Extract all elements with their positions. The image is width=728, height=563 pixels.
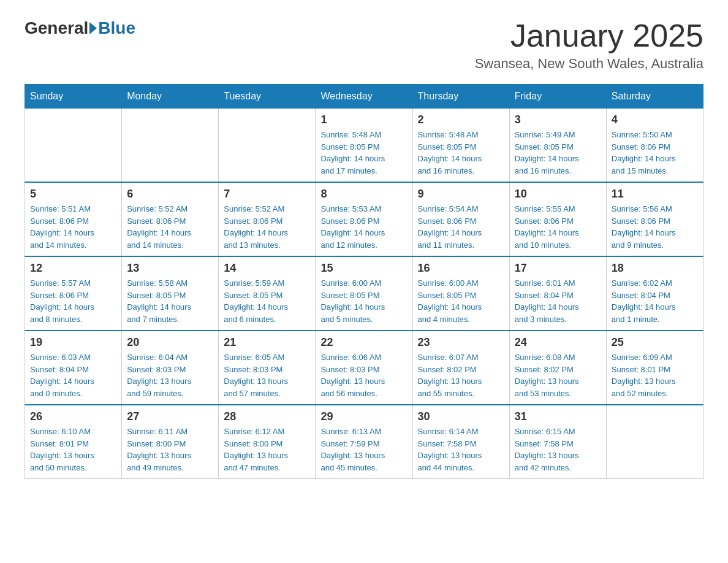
day-info: Sunrise: 5:56 AM Sunset: 8:06 PM Dayligh…	[612, 203, 698, 251]
calendar-cell: 3Sunrise: 5:49 AM Sunset: 8:05 PM Daylig…	[509, 109, 606, 183]
calendar-cell: 9Sunrise: 5:54 AM Sunset: 8:06 PM Daylig…	[412, 182, 509, 256]
day-info: Sunrise: 6:05 AM Sunset: 8:03 PM Dayligh…	[224, 351, 310, 399]
day-number: 2	[418, 113, 504, 126]
calendar-cell: 19Sunrise: 6:03 AM Sunset: 8:04 PM Dayli…	[25, 331, 122, 405]
calendar-header-row: SundayMondayTuesdayWednesdayThursdayFrid…	[25, 85, 703, 109]
calendar-cell	[219, 109, 316, 183]
day-info: Sunrise: 6:09 AM Sunset: 8:01 PM Dayligh…	[612, 351, 698, 399]
day-number: 27	[127, 410, 213, 423]
calendar-cell: 20Sunrise: 6:04 AM Sunset: 8:03 PM Dayli…	[122, 331, 219, 405]
day-info: Sunrise: 5:49 AM Sunset: 8:05 PM Dayligh…	[515, 129, 601, 177]
day-info: Sunrise: 6:04 AM Sunset: 8:03 PM Dayligh…	[127, 351, 213, 399]
day-number: 30	[418, 410, 504, 423]
day-info: Sunrise: 5:57 AM Sunset: 8:06 PM Dayligh…	[30, 277, 116, 325]
calendar-cell: 12Sunrise: 5:57 AM Sunset: 8:06 PM Dayli…	[25, 256, 122, 331]
calendar-cell: 27Sunrise: 6:11 AM Sunset: 8:00 PM Dayli…	[122, 405, 219, 479]
day-number: 7	[224, 188, 310, 201]
calendar-cell	[122, 109, 219, 183]
calendar-cell: 16Sunrise: 6:00 AM Sunset: 8:05 PM Dayli…	[412, 256, 509, 331]
calendar-week-row: 26Sunrise: 6:10 AM Sunset: 8:01 PM Dayli…	[25, 405, 703, 479]
day-number: 8	[320, 188, 407, 201]
day-info: Sunrise: 5:55 AM Sunset: 8:06 PM Dayligh…	[515, 203, 601, 251]
calendar-cell: 10Sunrise: 5:55 AM Sunset: 8:06 PM Dayli…	[509, 182, 606, 256]
day-info: Sunrise: 6:11 AM Sunset: 8:00 PM Dayligh…	[127, 426, 213, 473]
day-number: 5	[30, 188, 116, 201]
day-of-week-friday: Friday	[509, 85, 606, 109]
day-info: Sunrise: 6:02 AM Sunset: 8:04 PM Dayligh…	[612, 277, 698, 325]
day-info: Sunrise: 5:50 AM Sunset: 8:06 PM Dayligh…	[612, 129, 698, 177]
day-number: 16	[418, 262, 504, 275]
calendar-cell: 24Sunrise: 6:08 AM Sunset: 8:02 PM Dayli…	[509, 331, 606, 405]
day-info: Sunrise: 6:10 AM Sunset: 8:01 PM Dayligh…	[30, 426, 116, 473]
day-number: 26	[30, 410, 116, 423]
calendar-cell: 13Sunrise: 5:58 AM Sunset: 8:05 PM Dayli…	[122, 256, 219, 331]
calendar-cell: 17Sunrise: 6:01 AM Sunset: 8:04 PM Dayli…	[509, 256, 606, 331]
calendar-cell: 11Sunrise: 5:56 AM Sunset: 8:06 PM Dayli…	[606, 182, 703, 256]
day-number: 14	[224, 262, 310, 275]
calendar-week-row: 12Sunrise: 5:57 AM Sunset: 8:06 PM Dayli…	[25, 256, 703, 331]
day-number: 9	[418, 188, 504, 201]
day-info: Sunrise: 5:52 AM Sunset: 8:06 PM Dayligh…	[224, 203, 310, 251]
day-number: 20	[127, 336, 213, 349]
day-number: 11	[612, 188, 698, 201]
title-block: January 2025 Swansea, New South Wales, A…	[475, 18, 703, 72]
calendar-cell: 23Sunrise: 6:07 AM Sunset: 8:02 PM Dayli…	[412, 331, 509, 405]
day-info: Sunrise: 6:08 AM Sunset: 8:02 PM Dayligh…	[515, 351, 601, 399]
day-number: 3	[515, 113, 601, 126]
day-number: 21	[224, 336, 310, 349]
calendar-cell: 15Sunrise: 6:00 AM Sunset: 8:05 PM Dayli…	[316, 256, 412, 331]
calendar-table: SundayMondayTuesdayWednesdayThursdayFrid…	[25, 84, 703, 479]
day-number: 17	[515, 262, 601, 275]
calendar-cell: 18Sunrise: 6:02 AM Sunset: 8:04 PM Dayli…	[606, 256, 703, 331]
calendar-cell	[25, 109, 122, 183]
day-info: Sunrise: 5:53 AM Sunset: 8:06 PM Dayligh…	[320, 203, 407, 251]
calendar-cell: 1Sunrise: 5:48 AM Sunset: 8:05 PM Daylig…	[316, 109, 412, 183]
calendar-cell: 7Sunrise: 5:52 AM Sunset: 8:06 PM Daylig…	[219, 182, 316, 256]
day-info: Sunrise: 5:54 AM Sunset: 8:06 PM Dayligh…	[418, 203, 504, 251]
day-info: Sunrise: 5:59 AM Sunset: 8:05 PM Dayligh…	[224, 277, 310, 325]
day-info: Sunrise: 6:15 AM Sunset: 7:58 PM Dayligh…	[515, 426, 601, 473]
day-info: Sunrise: 6:13 AM Sunset: 7:59 PM Dayligh…	[320, 426, 407, 473]
logo-general-text: General	[25, 18, 88, 38]
day-info: Sunrise: 6:06 AM Sunset: 8:03 PM Dayligh…	[320, 351, 407, 399]
calendar-cell: 5Sunrise: 5:51 AM Sunset: 8:06 PM Daylig…	[25, 182, 122, 256]
day-number: 4	[612, 113, 698, 126]
day-info: Sunrise: 5:48 AM Sunset: 8:05 PM Dayligh…	[418, 129, 504, 177]
day-of-week-thursday: Thursday	[412, 85, 509, 109]
day-info: Sunrise: 6:00 AM Sunset: 8:05 PM Dayligh…	[418, 277, 504, 325]
day-info: Sunrise: 5:58 AM Sunset: 8:05 PM Dayligh…	[127, 277, 213, 325]
calendar-cell: 25Sunrise: 6:09 AM Sunset: 8:01 PM Dayli…	[606, 331, 703, 405]
calendar-cell: 4Sunrise: 5:50 AM Sunset: 8:06 PM Daylig…	[606, 109, 703, 183]
day-number: 10	[515, 188, 601, 201]
calendar-cell: 26Sunrise: 6:10 AM Sunset: 8:01 PM Dayli…	[25, 405, 122, 479]
logo-blue-text: Blue	[98, 18, 135, 38]
calendar-cell: 28Sunrise: 6:12 AM Sunset: 8:00 PM Dayli…	[219, 405, 316, 479]
calendar-cell: 2Sunrise: 5:48 AM Sunset: 8:05 PM Daylig…	[412, 109, 509, 183]
calendar-cell: 31Sunrise: 6:15 AM Sunset: 7:58 PM Dayli…	[509, 405, 606, 479]
day-number: 28	[224, 410, 310, 423]
calendar-week-row: 1Sunrise: 5:48 AM Sunset: 8:05 PM Daylig…	[25, 109, 703, 183]
day-of-week-saturday: Saturday	[606, 85, 703, 109]
calendar-cell: 8Sunrise: 5:53 AM Sunset: 8:06 PM Daylig…	[316, 182, 412, 256]
logo-arrow-icon	[89, 22, 97, 34]
calendar-week-row: 5Sunrise: 5:51 AM Sunset: 8:06 PM Daylig…	[25, 182, 703, 256]
day-info: Sunrise: 5:48 AM Sunset: 8:05 PM Dayligh…	[320, 129, 407, 177]
calendar-cell: 14Sunrise: 5:59 AM Sunset: 8:05 PM Dayli…	[219, 256, 316, 331]
day-number: 25	[612, 336, 698, 349]
day-number: 24	[515, 336, 601, 349]
day-info: Sunrise: 5:52 AM Sunset: 8:06 PM Dayligh…	[127, 203, 213, 251]
day-info: Sunrise: 5:51 AM Sunset: 8:06 PM Dayligh…	[30, 203, 116, 251]
day-info: Sunrise: 6:12 AM Sunset: 8:00 PM Dayligh…	[224, 426, 310, 473]
calendar-cell: 30Sunrise: 6:14 AM Sunset: 7:58 PM Dayli…	[412, 405, 509, 479]
calendar-cell: 6Sunrise: 5:52 AM Sunset: 8:06 PM Daylig…	[122, 182, 219, 256]
calendar-cell: 21Sunrise: 6:05 AM Sunset: 8:03 PM Dayli…	[219, 331, 316, 405]
logo: General Blue	[25, 18, 135, 38]
location-title: Swansea, New South Wales, Australia	[475, 56, 703, 72]
day-number: 18	[612, 262, 698, 275]
day-number: 13	[127, 262, 213, 275]
day-number: 1	[320, 113, 407, 126]
day-number: 12	[30, 262, 116, 275]
day-info: Sunrise: 6:14 AM Sunset: 7:58 PM Dayligh…	[418, 426, 504, 473]
day-info: Sunrise: 6:07 AM Sunset: 8:02 PM Dayligh…	[418, 351, 504, 399]
day-info: Sunrise: 6:01 AM Sunset: 8:04 PM Dayligh…	[515, 277, 601, 325]
